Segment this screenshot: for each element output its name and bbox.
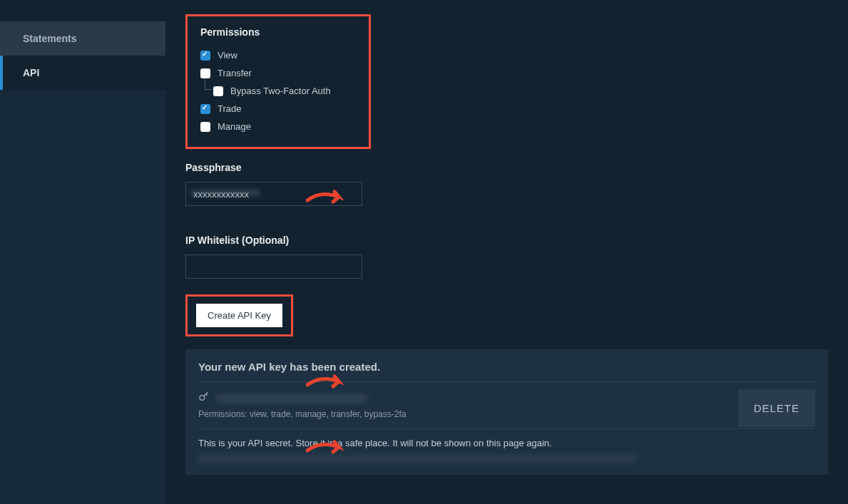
- ipwhitelist-input[interactable]: [185, 254, 362, 279]
- permission-trade-row[interactable]: Trade: [200, 100, 356, 118]
- sidebar-item-api[interactable]: API: [0, 56, 165, 90]
- main-content: Permissions View Transfer Bypass Two-Fac…: [165, 0, 848, 504]
- api-key-value: xxxxxxxxxxxxxxxxxxxxxxxxxxxxxx: [217, 392, 367, 403]
- permission-manage-label: Manage: [218, 121, 251, 132]
- checkbox-manage[interactable]: [200, 122, 210, 132]
- sidebar: Statements API: [0, 0, 165, 504]
- checkbox-view[interactable]: [200, 51, 210, 61]
- permission-trade-label: Trade: [218, 103, 241, 114]
- delete-api-key-button[interactable]: DELETE: [738, 389, 815, 427]
- key-icon: [198, 391, 210, 405]
- permission-bypass-label: Bypass Two-Factor Auth: [230, 86, 331, 96]
- api-key-result-panel: Your new API key has been created. xxxxx…: [185, 349, 828, 475]
- api-key-permissions-line: Permissions: view, trade, manage, transf…: [198, 409, 406, 419]
- checkbox-transfer[interactable]: [200, 68, 210, 78]
- ipwhitelist-label: IP Whitelist (Optional): [185, 235, 828, 246]
- checkbox-trade[interactable]: [200, 104, 210, 114]
- api-secret-value: xxxxxxxxxxxxxxxxxxxxxxxxxxxxxxxxxxxxxxxx…: [198, 453, 815, 463]
- passphrase-group: Passphrase xxxxxxxxxxxx: [185, 162, 828, 219]
- create-api-key-button[interactable]: Create API Key: [196, 304, 282, 327]
- permission-bypass-row[interactable]: Bypass Two-Factor Auth: [200, 82, 356, 100]
- api-secret-message: This is your API secret. Store it in a s…: [198, 438, 815, 448]
- permission-view-label: View: [218, 50, 237, 61]
- permission-transfer-row[interactable]: Transfer: [200, 64, 356, 82]
- permission-view-row[interactable]: View: [200, 46, 356, 64]
- api-key-row: xxxxxxxxxxxxxxxxxxxxxxxxxxxxxx Permissio…: [198, 382, 815, 429]
- result-title: Your new API key has been created.: [198, 361, 815, 382]
- sidebar-header-spacer: [0, 0, 165, 21]
- checkbox-bypass-2fa[interactable]: [213, 86, 223, 96]
- create-button-highlight: Create API Key: [185, 294, 293, 336]
- sidebar-item-statements[interactable]: Statements: [0, 21, 165, 56]
- ipwhitelist-group: IP Whitelist (Optional): [185, 235, 828, 279]
- passphrase-input[interactable]: [185, 182, 362, 206]
- api-secret-row: This is your API secret. Store it in a s…: [198, 429, 815, 463]
- permission-transfer-label: Transfer: [218, 68, 252, 78]
- permission-manage-row[interactable]: Manage: [200, 118, 356, 135]
- passphrase-label: Passphrase: [185, 162, 828, 173]
- permissions-panel: Permissions View Transfer Bypass Two-Fac…: [185, 14, 371, 149]
- permissions-title: Permissions: [200, 26, 356, 38]
